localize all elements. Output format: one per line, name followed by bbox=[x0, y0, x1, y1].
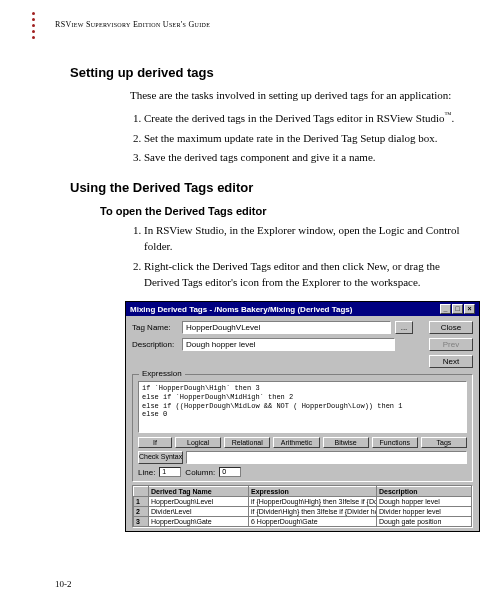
if-button[interactable]: If bbox=[138, 437, 172, 448]
margin-bullets bbox=[32, 12, 35, 39]
expression-panel-title: Expression bbox=[139, 369, 185, 378]
col-derived-tag-name[interactable]: Derived Tag Name bbox=[149, 487, 249, 497]
steps-list-a: Create the derived tags in the Derived T… bbox=[130, 110, 460, 166]
page-number: 10-2 bbox=[55, 579, 72, 589]
titlebar[interactable]: Mixing Derived Tags - /Noms Bakery/Mixin… bbox=[126, 302, 479, 316]
tagname-input[interactable]: HopperDoughVLevel bbox=[182, 321, 391, 334]
expression-textarea[interactable]: if `HopperDough\High` then 3 else if `Ho… bbox=[138, 381, 467, 433]
functions-button[interactable]: Functions bbox=[372, 437, 418, 448]
close-window-button[interactable]: × bbox=[464, 304, 475, 314]
column-label: Column: bbox=[185, 468, 215, 477]
tagname-label: Tag Name: bbox=[132, 323, 178, 332]
table-row[interactable]: 2 Divider\Level if {Divider\High} then 3… bbox=[134, 507, 472, 517]
heading-setting-up: Setting up derived tags bbox=[70, 65, 465, 80]
screenshot-window: Mixing Derived Tags - /Noms Bakery/Mixin… bbox=[125, 301, 480, 532]
tagname-picker-button[interactable]: ... bbox=[395, 321, 413, 334]
window-title: Mixing Derived Tags - /Noms Bakery/Mixin… bbox=[130, 305, 352, 314]
next-button[interactable]: Next bbox=[429, 355, 473, 368]
prev-button[interactable]: Prev bbox=[429, 338, 473, 351]
steps-list-b: In RSView Studio, in the Explorer window… bbox=[130, 223, 460, 291]
expression-panel: Expression if `HopperDough\High` then 3 … bbox=[132, 374, 473, 482]
minimize-button[interactable]: _ bbox=[440, 304, 451, 314]
table-row[interactable]: 1 HopperDough\Level if {HopperDough\High… bbox=[134, 497, 472, 507]
derived-tags-grid[interactable]: Derived Tag Name Expression Description … bbox=[132, 485, 473, 528]
heading-using-editor: Using the Derived Tags editor bbox=[70, 180, 465, 195]
column-value: 0 bbox=[219, 467, 241, 477]
step-a1: Create the derived tags in the Derived T… bbox=[144, 110, 460, 127]
syntax-result bbox=[186, 451, 467, 464]
step-b1: In RSView Studio, in the Explorer window… bbox=[144, 223, 460, 255]
logical-button[interactable]: Logical bbox=[175, 437, 221, 448]
tags-button[interactable]: Tags bbox=[421, 437, 467, 448]
check-syntax-button[interactable]: Check Syntax bbox=[138, 451, 183, 464]
line-label: Line: bbox=[138, 468, 155, 477]
step-b2: Right-click the Derived Tags editor and … bbox=[144, 259, 460, 291]
description-input[interactable]: Dough hopper level bbox=[182, 338, 395, 351]
close-button[interactable]: Close bbox=[429, 321, 473, 334]
table-row[interactable]: 3 HopperDough\Gate 6 HopperDough\Gate Do… bbox=[134, 517, 472, 527]
running-head: RSView Supervisory Edition User's Guide bbox=[55, 20, 210, 29]
step-a2: Set the maximum update rate in the Deriv… bbox=[144, 131, 460, 147]
maximize-button[interactable]: □ bbox=[452, 304, 463, 314]
col-expression[interactable]: Expression bbox=[249, 487, 377, 497]
step-a3: Save the derived tags component and give… bbox=[144, 150, 460, 166]
line-value: 1 bbox=[159, 467, 181, 477]
description-label: Description: bbox=[132, 340, 178, 349]
arithmetic-button[interactable]: Arithmetic bbox=[273, 437, 319, 448]
col-description[interactable]: Description bbox=[377, 487, 472, 497]
subheading-open-editor: To open the Derived Tags editor bbox=[100, 205, 465, 217]
relational-button[interactable]: Relational bbox=[224, 437, 270, 448]
bitwise-button[interactable]: Bitwise bbox=[323, 437, 369, 448]
intro-para: These are the tasks involved in setting … bbox=[130, 88, 460, 104]
